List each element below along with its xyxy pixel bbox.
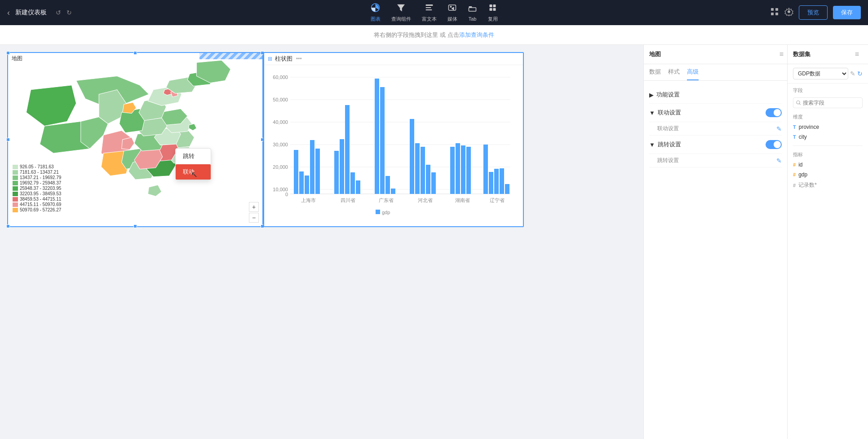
- map-legend: 926.05 - 7181.63 7181.63 - 13437.21 1343…: [13, 164, 61, 213]
- toolbar-media[interactable]: 媒体: [447, 3, 457, 22]
- svg-rect-46: [391, 189, 395, 194]
- legend-item-8: 44715.11 - 50970.69: [20, 202, 61, 207]
- dataset-edit-icon[interactable]: ✎: [850, 70, 855, 77]
- map-stripe-decoration: [199, 53, 262, 59]
- svg-rect-41: [350, 172, 355, 194]
- svg-text:河北省: 河北省: [418, 198, 433, 203]
- handle-bottom-left[interactable]: [6, 224, 10, 228]
- dataset-select[interactable]: GDP数据: [793, 68, 848, 79]
- dataset-menu-icon[interactable]: ≡: [855, 50, 859, 58]
- toolbar-query[interactable]: 查询组件: [391, 3, 411, 22]
- toolbar-chart-label: 图表: [371, 16, 381, 22]
- jump-setting-text: 跳转设置: [658, 140, 681, 149]
- toolbar-reuse[interactable]: 复用: [488, 3, 498, 22]
- svg-text:60,000: 60,000: [273, 75, 288, 80]
- context-menu-jump[interactable]: 跳转: [176, 149, 211, 164]
- toolbar-richtext[interactable]: 富文本: [422, 3, 437, 22]
- svg-rect-45: [385, 176, 390, 194]
- svg-rect-2: [425, 4, 433, 6]
- zoom-out-button[interactable]: −: [249, 213, 259, 223]
- expand-icon: ⊞: [268, 56, 272, 62]
- undo-redo-group: ↺ ↻: [54, 9, 72, 16]
- panel-content: ▶ 功能设置 ▼ 联动设置 联动设置 ✎ ▼: [644, 81, 787, 439]
- jump-edit-icon[interactable]: ✎: [776, 157, 782, 164]
- section-function[interactable]: ▶ 功能设置: [649, 86, 782, 104]
- svg-text:gdp: gdp: [382, 210, 390, 215]
- search-icon: [796, 100, 801, 105]
- tab-style[interactable]: 样式: [668, 68, 680, 80]
- map-widget[interactable]: 地图: [7, 52, 263, 227]
- svg-rect-13: [493, 8, 496, 11]
- add-query-link[interactable]: 添加查询条件: [459, 31, 494, 39]
- handle-top-left[interactable]: [6, 51, 10, 55]
- linkage-edit-icon[interactable]: ✎: [776, 125, 782, 132]
- svg-rect-44: [380, 87, 385, 194]
- redo-button[interactable]: ↻: [66, 9, 72, 16]
- indicator-count: # 记录数*: [788, 180, 868, 191]
- dataset-refresh-icon[interactable]: ↻: [857, 70, 863, 77]
- tab-advanced[interactable]: 高级: [687, 68, 699, 80]
- more-icon: •••: [296, 56, 302, 62]
- legend-item-4: 19692.79 - 25948.37: [20, 180, 61, 185]
- toolbar-tab[interactable]: Tab: [468, 4, 477, 22]
- cursor: ↖: [191, 170, 198, 180]
- svg-rect-36: [310, 140, 314, 194]
- zoom-in-button[interactable]: +: [249, 202, 259, 212]
- svg-text:40,000: 40,000: [273, 119, 288, 125]
- legend-item-1: 926.05 - 7181.63: [20, 164, 54, 169]
- handle-mid-left[interactable]: [6, 138, 10, 141]
- handle-top-center[interactable]: [133, 51, 137, 55]
- count-label: 记录数*: [798, 181, 817, 189]
- legend-item-7: 38459.53 - 44715.11: [20, 197, 61, 202]
- province-label: province: [799, 124, 819, 130]
- search-input[interactable]: [803, 100, 859, 106]
- chart-widget[interactable]: ⊞ 柱状图 ••• 60,000 50,000 40,000 3: [263, 52, 524, 227]
- save-button[interactable]: 保存: [833, 6, 861, 19]
- divider: [793, 145, 863, 146]
- indicator-title: 指标: [788, 149, 868, 160]
- linkage-toggle[interactable]: [766, 108, 782, 117]
- svg-rect-59: [500, 168, 504, 194]
- panel-menu-icon[interactable]: ≡: [779, 50, 784, 58]
- tab-data[interactable]: 数据: [649, 68, 661, 80]
- svg-text:辽宁省: 辽宁省: [490, 198, 505, 203]
- sub-tabs: 数据 样式 高级: [644, 64, 787, 81]
- section-jump: ▼ 跳转设置: [649, 136, 782, 154]
- handle-bottom-center[interactable]: [133, 224, 137, 228]
- svg-rect-56: [483, 145, 488, 194]
- topbar: ‹ 新建仪表板 ↺ ↻ 图表 查询组件 富文本: [0, 0, 868, 25]
- svg-rect-37: [315, 149, 320, 194]
- svg-rect-33: [294, 150, 298, 194]
- toolbar-media-label: 媒体: [447, 16, 457, 22]
- chart-icon: [371, 3, 381, 14]
- back-button[interactable]: ‹: [7, 8, 10, 18]
- settings-button[interactable]: [784, 7, 793, 18]
- toolbar-query-label: 查询组件: [391, 16, 411, 22]
- section-linkage: ▼ 联动设置: [649, 104, 782, 122]
- bar-chart-svg: 60,000 50,000 40,000 30,000 20,000 10,00…: [268, 69, 519, 220]
- svg-rect-58: [494, 169, 499, 194]
- jump-toggle[interactable]: [766, 140, 782, 149]
- svg-point-6: [450, 6, 452, 8]
- hash-icon-count: #: [793, 183, 796, 188]
- panel-title: 地图: [644, 45, 779, 64]
- svg-point-18: [788, 10, 790, 13]
- dataset-select-row: GDP数据 ✎ ↻: [788, 64, 868, 83]
- svg-rect-50: [426, 165, 430, 194]
- tab-icon: [468, 4, 477, 15]
- svg-rect-10: [490, 4, 492, 7]
- preview-button[interactable]: 预览: [799, 5, 828, 20]
- svg-rect-67: [376, 210, 380, 214]
- layout-button[interactable]: [770, 7, 779, 18]
- reuse-icon: [488, 3, 497, 14]
- undo-button[interactable]: ↺: [56, 9, 61, 16]
- map-controls: + −: [249, 202, 259, 223]
- svg-rect-35: [305, 176, 309, 194]
- svg-marker-7: [452, 7, 454, 10]
- toolbar-tab-label: Tab: [469, 16, 477, 22]
- toolbar-chart[interactable]: 图表: [371, 3, 381, 22]
- topbar-right: 预览 保存: [770, 5, 861, 20]
- svg-text:上海市: 上海市: [301, 198, 316, 203]
- hash-icon-id: #: [793, 162, 796, 167]
- media-icon: [448, 3, 457, 14]
